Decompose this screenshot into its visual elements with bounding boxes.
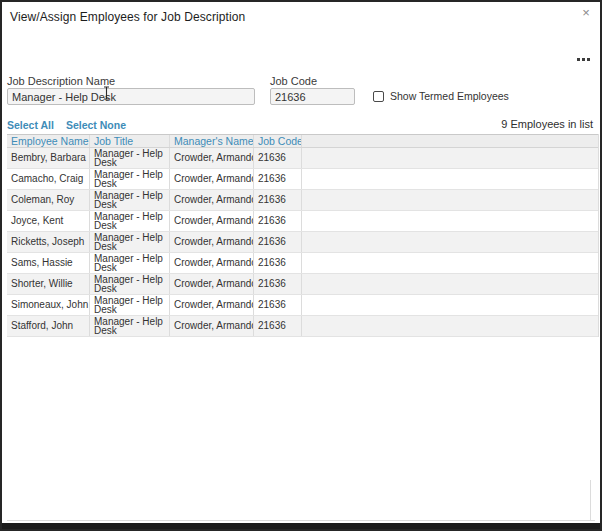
- show-termed-employees-label: Show Termed Employees: [390, 90, 509, 102]
- dialog-window: View/Assign Employees for Job Descriptio…: [0, 0, 602, 531]
- employee-table: Employee Name Job Title Manager's Name J…: [7, 134, 599, 337]
- table-header-row: Employee Name Job Title Manager's Name J…: [7, 134, 598, 148]
- employee-name-cell: Bembry, Barbara: [11, 153, 86, 163]
- job-code-cell: 21636: [258, 279, 286, 289]
- managers-name-cell: Crowder, Armando: [174, 258, 254, 268]
- checkbox-icon[interactable]: [373, 91, 384, 102]
- job-code-cell: 21636: [258, 237, 286, 247]
- job-title-cell: Manager - Help Desk: [94, 212, 169, 231]
- job-code-cell: 21636: [258, 153, 286, 163]
- job-code-input[interactable]: [270, 88, 355, 105]
- job-description-name-input[interactable]: [7, 88, 255, 105]
- close-icon[interactable]: ×: [578, 6, 594, 22]
- table-row[interactable]: Coleman, Roy Manager - Help Desk Crowder…: [7, 190, 598, 211]
- column-header-filler: [302, 135, 598, 147]
- select-all-link[interactable]: Select All: [7, 119, 54, 131]
- table-row[interactable]: Simoneaux, John Manager - Help Desk Crow…: [7, 295, 598, 316]
- table-body: Bembry, Barbara Manager - Help Desk Crow…: [7, 148, 598, 337]
- table-row[interactable]: Joyce, Kent Manager - Help Desk Crowder,…: [7, 211, 598, 232]
- table-row[interactable]: Stafford, John Manager - Help Desk Crowd…: [7, 316, 598, 337]
- show-termed-employees-checkbox-row[interactable]: Show Termed Employees: [373, 90, 509, 102]
- job-title-cell: Manager - Help Desk: [94, 170, 169, 189]
- managers-name-cell: Crowder, Armando: [174, 174, 254, 184]
- select-none-link[interactable]: Select None: [66, 119, 126, 131]
- job-description-name-label: Job Description Name: [7, 75, 115, 87]
- job-code-cell: 21636: [258, 321, 286, 331]
- job-title-cell: Manager - Help Desk: [94, 191, 169, 210]
- managers-name-cell: Crowder, Armando: [174, 216, 254, 226]
- employee-name-cell: Simoneaux, John: [11, 300, 88, 310]
- table-row[interactable]: Ricketts, Joseph Manager - Help Desk Cro…: [7, 232, 598, 253]
- job-code-label: Job Code: [270, 75, 317, 87]
- employee-count-text: 9 Employees in list: [501, 118, 593, 130]
- job-title-cell: Manager - Help Desk: [94, 317, 169, 336]
- page-title: View/Assign Employees for Job Descriptio…: [10, 10, 245, 24]
- column-header-job-title[interactable]: Job Title: [90, 135, 170, 147]
- employee-name-cell: Joyce, Kent: [11, 216, 63, 226]
- job-code-cell: 21636: [258, 174, 286, 184]
- more-options-icon[interactable]: [577, 55, 590, 63]
- job-code-cell: 21636: [258, 300, 286, 310]
- managers-name-cell: Crowder, Armando: [174, 279, 254, 289]
- job-code-cell: 21636: [258, 216, 286, 226]
- job-title-cell: Manager - Help Desk: [94, 149, 169, 168]
- employee-name-cell: Camacho, Craig: [11, 174, 83, 184]
- employee-name-cell: Coleman, Roy: [11, 195, 74, 205]
- table-row[interactable]: Bembry, Barbara Manager - Help Desk Crow…: [7, 148, 598, 169]
- dialog-right-border: [590, 480, 591, 520]
- employee-name-cell: Shorter, Willie: [11, 279, 73, 289]
- selection-links: Select All Select None: [7, 119, 126, 131]
- managers-name-cell: Crowder, Armando: [174, 195, 254, 205]
- managers-name-cell: Crowder, Armando: [174, 153, 254, 163]
- managers-name-cell: Crowder, Armando: [174, 300, 254, 310]
- job-code-cell: 21636: [258, 258, 286, 268]
- employee-name-cell: Ricketts, Joseph: [11, 237, 84, 247]
- job-title-cell: Manager - Help Desk: [94, 275, 169, 294]
- dialog-bottom-border: [7, 520, 595, 521]
- job-title-cell: Manager - Help Desk: [94, 233, 169, 252]
- managers-name-cell: Crowder, Armando: [174, 321, 254, 331]
- employee-name-cell: Sams, Hassie: [11, 258, 73, 268]
- text-cursor-icon: [102, 86, 111, 104]
- table-row[interactable]: Camacho, Craig Manager - Help Desk Crowd…: [7, 169, 598, 190]
- job-title-cell: Manager - Help Desk: [94, 254, 169, 273]
- column-header-managers-name[interactable]: Manager's Name: [170, 135, 254, 147]
- table-row[interactable]: Shorter, Willie Manager - Help Desk Crow…: [7, 274, 598, 295]
- column-header-job-code[interactable]: Job Code: [254, 135, 302, 147]
- table-row[interactable]: Sams, Hassie Manager - Help Desk Crowder…: [7, 253, 598, 274]
- job-title-cell: Manager - Help Desk: [94, 296, 169, 315]
- job-code-cell: 21636: [258, 195, 286, 205]
- window-bottom-bar: [2, 523, 600, 529]
- managers-name-cell: Crowder, Armando: [174, 237, 254, 247]
- employee-name-cell: Stafford, John: [11, 321, 73, 331]
- column-header-employee-name[interactable]: Employee Name: [7, 135, 90, 147]
